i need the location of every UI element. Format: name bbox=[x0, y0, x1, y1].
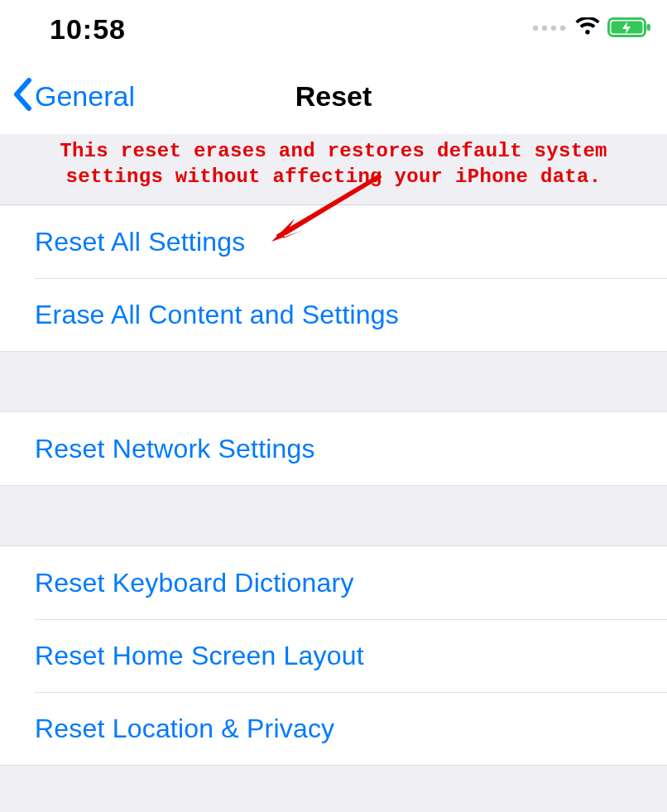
battery-icon bbox=[607, 17, 652, 41]
cell-label: Reset Location & Privacy bbox=[35, 714, 334, 744]
reset-home-screen-layout[interactable]: Reset Home Screen Layout bbox=[35, 619, 667, 692]
group-2: Reset Network Settings bbox=[0, 411, 667, 486]
chevron-left-icon bbox=[12, 78, 33, 114]
group-1: Reset All Settings Erase All Content and… bbox=[0, 205, 667, 352]
dots-icon bbox=[531, 22, 568, 36]
reset-network-settings[interactable]: Reset Network Settings bbox=[0, 412, 667, 485]
cell-label: Reset Home Screen Layout bbox=[35, 641, 364, 671]
svg-rect-6 bbox=[647, 24, 651, 31]
cell-label: Reset All Settings bbox=[35, 227, 245, 257]
status-bar: 10:58 bbox=[0, 0, 667, 58]
wifi-icon bbox=[574, 17, 601, 41]
group-3: Reset Keyboard Dictionary Reset Home Scr… bbox=[0, 545, 667, 766]
reset-keyboard-dictionary[interactable]: Reset Keyboard Dictionary bbox=[0, 546, 667, 619]
spacer bbox=[0, 352, 667, 411]
cell-label: Erase All Content and Settings bbox=[35, 300, 399, 330]
svg-point-1 bbox=[542, 26, 547, 31]
status-time: 10:58 bbox=[50, 13, 126, 46]
cell-label: Reset Keyboard Dictionary bbox=[35, 568, 354, 598]
annotation-text: This reset erases and restores default s… bbox=[7, 139, 660, 190]
svg-point-0 bbox=[533, 26, 538, 31]
cell-label: Reset Network Settings bbox=[35, 434, 315, 464]
spacer bbox=[0, 486, 667, 545]
nav-bar: General Reset bbox=[0, 58, 667, 134]
annotation-band: This reset erases and restores default s… bbox=[0, 134, 667, 205]
reset-all-settings[interactable]: Reset All Settings bbox=[0, 205, 667, 278]
back-label: General bbox=[35, 80, 135, 113]
back-button[interactable]: General bbox=[12, 78, 135, 114]
svg-point-2 bbox=[551, 26, 556, 31]
erase-all-content-and-settings[interactable]: Erase All Content and Settings bbox=[35, 278, 667, 351]
svg-point-3 bbox=[560, 26, 565, 31]
reset-location-privacy[interactable]: Reset Location & Privacy bbox=[35, 692, 667, 765]
status-right bbox=[531, 17, 652, 41]
